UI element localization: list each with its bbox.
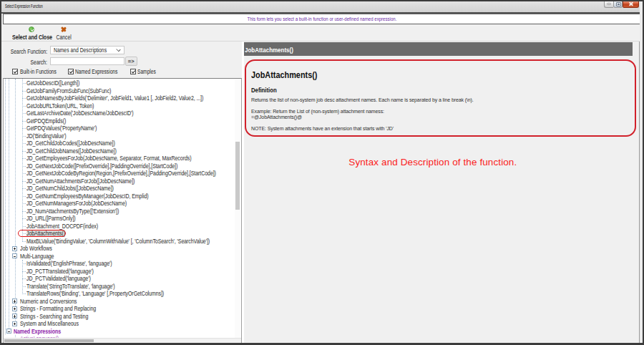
tree-item-label: TranslateRows('Binding', 'Language' [,Pr… — [26, 290, 164, 297]
maximize-button[interactable] — [613, 1, 623, 8]
tree-item-label: Translate('StringToTranslate', 'language… — [26, 283, 115, 290]
select-and-close-button[interactable]: Select and Close — [9, 25, 54, 42]
tree-item-label: Strings - Formatting and Replacing — [20, 305, 96, 312]
titlebar: Select Expression Function — [1, 1, 643, 12]
collapse-icon[interactable] — [6, 329, 11, 334]
expand-icon[interactable] — [12, 314, 17, 319]
tree-vertical-scrollbar-thumb[interactable] — [235, 142, 240, 210]
tree-branch-line — [22, 98, 26, 99]
detail-panel: JobAttachments() JobAttachments() Defini… — [244, 42, 638, 343]
tree-item-label: GetLastArchiveDate('JobDescName/JobDescI… — [26, 110, 134, 117]
tree-item[interactable]: IsValidated('EnglishPhrase', 'language') — [4, 260, 241, 268]
tree-horizontal-scrollbar-thumb[interactable] — [4, 339, 94, 342]
tree-item[interactable]: MaxBLValue('BindingValue', 'ColumnWithVa… — [4, 238, 241, 246]
tree-item[interactable]: Job Workflows — [4, 245, 241, 253]
toolbar: Select and Close Cancel — [1, 25, 643, 42]
window-title: Select Expression Function — [5, 1, 43, 12]
tree-item[interactable]: System and Miscellaneous — [4, 320, 241, 328]
tree-item[interactable]: GetPDQEmplids() — [4, 117, 241, 125]
search-label: Search: — [11, 59, 47, 66]
tree-item-label: JD_URL([ParmsOnly]) — [26, 215, 76, 222]
tree-item[interactable]: JD_GetNumChildJobs([JobDescName]) — [4, 185, 241, 193]
expand-icon[interactable] — [12, 321, 17, 326]
tree-item[interactable]: JD_GetNumEmployeesByManager(JobDescID, E… — [4, 193, 241, 200]
example-line2: =@JobAttachments()@ — [251, 114, 302, 120]
info-message-bar: This form lets you select a built-in fun… — [3, 14, 641, 24]
tree-item-label: Numeric and Conversions — [20, 298, 77, 305]
tree-item[interactable]: JD_PCTTranslated('language') — [4, 268, 241, 276]
search-function-value: Names and Descriptions — [54, 47, 107, 54]
tree-item[interactable]: TranslateRows('Binding', 'Language' [,Pr… — [4, 290, 241, 298]
maximize-icon — [616, 2, 621, 6]
expand-icon[interactable] — [12, 246, 17, 251]
cancel-button[interactable]: Cancel — [54, 25, 73, 42]
filter-checkbox-named-expressions[interactable] — [68, 69, 74, 74]
select-expression-function-dialog: Select Expression Function This form let… — [0, 0, 644, 345]
tree-item[interactable]: JD_GetChildJobNames([JobDescName]) — [4, 147, 241, 155]
function-title: JobAttachments() — [251, 70, 317, 80]
tree-item[interactable]: JD_GetNextJobCode([PrefixOverride],[Padd… — [4, 162, 241, 170]
tree-item-label: IsValidated('EnglishPhrase', 'language') — [26, 260, 112, 267]
tree-item[interactable]: GetLastArchiveDate('JobDescName/JobDescI… — [4, 110, 241, 117]
tree-branch-line — [22, 218, 26, 219]
collapse-icon[interactable] — [12, 253, 17, 258]
function-tree-list: GetJobDescID([Length])GetJobFamilyFromSu… — [4, 79, 241, 339]
tree-item[interactable]: Translate('StringToTranslate', 'language… — [4, 283, 241, 291]
tree-item-label: Strings - Searching and Testing — [20, 313, 88, 320]
tree-item[interactable]: JD_GetEmployeesForJob(JobDescName, Separ… — [4, 155, 241, 162]
tree-item[interactable]: GetJobDescID([Length]) — [4, 79, 241, 87]
close-button[interactable] — [623, 1, 639, 8]
tree-item[interactable]: JobAttachment_DOCPDF(index) — [4, 223, 241, 230]
function-tree: GetJobDescID([Length])GetJobFamilyFromSu… — [3, 78, 242, 344]
tree-item[interactable]: Strings - Searching and Testing — [4, 313, 241, 321]
tree-item[interactable]: Multi-Language — [4, 253, 241, 261]
tree-horizontal-scrollbar[interactable] — [4, 338, 241, 343]
tree-item[interactable]: JD_PCTValidated('language') — [4, 275, 241, 283]
tree-branch-line — [22, 83, 26, 84]
tree-item[interactable]: JobAttachments() — [4, 230, 241, 238]
filter-checkbox-built-in-functions[interactable] — [12, 69, 18, 74]
search-go-button[interactable]: => — [125, 57, 137, 66]
tree-item[interactable]: JD_NumAttachmentsByType(['Extension']) — [4, 208, 241, 215]
expand-icon[interactable] — [12, 298, 17, 303]
tree-item[interactable]: JD_GetNumManagersForJob(JobDescName) — [4, 200, 241, 208]
search-input[interactable] — [50, 57, 125, 66]
info-message-text: This form lets you select a built-in fun… — [248, 14, 397, 24]
tree-branch-line — [22, 143, 26, 144]
tree-item[interactable]: GetJobURLToken(URL, Token) — [4, 102, 241, 110]
tree-item[interactable]: JD_GetNextJobCodeByRegion(Region,[Prefix… — [4, 170, 241, 178]
tree-item-label: Multi-Language — [20, 253, 54, 260]
tree-item-label: Job Workflows — [20, 245, 52, 252]
window-frame-right — [640, 1, 643, 343]
tree-item[interactable]: Strings - Formatting and Replacing — [4, 305, 241, 313]
tree-branch-line — [22, 128, 26, 129]
tree-item-label: GetJobDescID([Length]) — [26, 79, 79, 87]
tree-item[interactable]: GetPDQValues('PropertyName') — [4, 125, 241, 132]
tree-item-label: GetJobNamesByJobFields('Delimiter', JobF… — [26, 94, 203, 102]
tree-item[interactable]: JD_GetNumAttachmentsForJob([JobDescName]… — [4, 178, 241, 185]
tree-vertical-scrollbar[interactable] — [235, 79, 240, 339]
search-function-dropdown[interactable]: Names and Descriptions — [50, 46, 125, 54]
tree-item[interactable]: GetJobFamilyFromSubFunc(SubFunc) — [4, 87, 241, 95]
filter-checkbox-label: Built-in Functions — [20, 68, 57, 75]
minimize-button[interactable] — [604, 1, 613, 8]
tree-branch-line — [22, 188, 26, 189]
tree-item[interactable]: Named Expressions — [4, 328, 241, 336]
tree-branch-line — [22, 226, 26, 227]
tree-item[interactable]: JD_URL([ParmsOnly]) — [4, 215, 241, 223]
filter-checkbox-samples[interactable] — [130, 69, 136, 74]
tree-branch-line — [22, 136, 26, 137]
tree-item-label: GetJobURLToken(URL, Token) — [26, 102, 94, 110]
tree-branch-line — [22, 121, 26, 122]
tree-branch-line — [22, 166, 26, 167]
tree-item[interactable]: Numeric and Conversions — [4, 298, 241, 306]
red-highlight-box: JobAttachments() Definition Returns the … — [245, 59, 636, 137]
tree-branch-line — [22, 196, 26, 197]
tree-item[interactable]: JD_GetChildJobCodes([JobDescName]) — [4, 140, 241, 147]
tree-branch-line — [22, 151, 26, 152]
tree-item[interactable]: GetJobNamesByJobFields('Delimiter', JobF… — [4, 94, 241, 102]
tree-item-label: JD_GetChildJobCodes([JobDescName]) — [26, 140, 115, 147]
tree-item[interactable]: JD('BindingValue') — [4, 132, 241, 140]
tree-item-label: JD_GetEmployeesForJob(JobDescName, Separ… — [26, 155, 191, 162]
expand-icon[interactable] — [12, 306, 17, 311]
